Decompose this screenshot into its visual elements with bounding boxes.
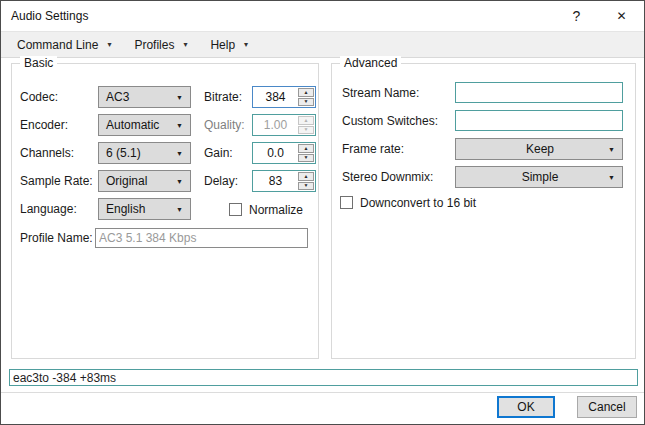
delay-label: Delay: xyxy=(204,170,238,192)
menubar: Command Line ▾ Profiles ▾ Help ▾ xyxy=(1,31,644,58)
chevron-down-icon: ▾ xyxy=(183,41,187,49)
quality-label: Quality: xyxy=(204,114,245,136)
delay-spin-buttons: ▲ ▼ xyxy=(298,171,315,191)
spin-up-button[interactable]: ▲ xyxy=(298,88,314,97)
bitrate-spin-buttons: ▲ ▼ xyxy=(298,87,315,107)
spin-down-button[interactable]: ▼ xyxy=(298,154,314,163)
ok-button[interactable]: OK xyxy=(497,396,555,418)
advanced-group-title: Advanced xyxy=(340,56,401,70)
language-value: English xyxy=(99,202,176,216)
downconvert-checkbox[interactable] xyxy=(340,196,353,209)
frame-rate-label: Frame rate: xyxy=(342,138,404,160)
audio-settings-dialog: Audio Settings ? ✕ Command Line ▾ Profil… xyxy=(0,0,645,425)
dropdown-arrow-icon: ▼ xyxy=(176,178,190,185)
codec-label: Codec: xyxy=(20,86,58,108)
arrow-up-icon: ▲ xyxy=(304,174,309,179)
gain-label: Gain: xyxy=(204,142,233,164)
frame-rate-value: Keep xyxy=(456,142,608,156)
dropdown-arrow-icon: ▼ xyxy=(176,206,190,213)
basic-group-title: Basic xyxy=(20,56,57,70)
ok-button-label: OK xyxy=(517,400,534,414)
stereo-downmix-value: Simple xyxy=(456,170,608,184)
encoder-label: Encoder: xyxy=(20,114,68,136)
language-label: Language: xyxy=(20,198,77,220)
stream-name-input[interactable] xyxy=(455,82,623,103)
spin-down-button[interactable]: ▼ xyxy=(298,182,314,191)
custom-switches-label: Custom Switches: xyxy=(342,110,438,132)
close-button[interactable]: ✕ xyxy=(599,1,644,31)
gain-input[interactable] xyxy=(253,143,298,163)
dropdown-arrow-icon: ▼ xyxy=(608,146,622,153)
sample-rate-label: Sample Rate: xyxy=(20,170,93,192)
gain-spin-buttons: ▲ ▼ xyxy=(298,143,315,163)
arrow-down-icon: ▼ xyxy=(304,99,309,104)
window-title: Audio Settings xyxy=(1,9,88,23)
cancel-button[interactable]: Cancel xyxy=(577,396,637,418)
quality-spin-buttons: ▲ ▼ xyxy=(298,115,315,135)
stereo-downmix-dropdown[interactable]: Simple ▼ xyxy=(455,166,623,188)
sample-rate-dropdown[interactable]: Original ▼ xyxy=(98,170,191,192)
quality-input xyxy=(253,115,298,135)
dropdown-arrow-icon: ▼ xyxy=(608,174,622,181)
spin-down-button[interactable]: ▼ xyxy=(298,98,314,107)
codec-dropdown[interactable]: AC3 ▼ xyxy=(98,86,191,108)
footer-divider xyxy=(1,392,644,393)
bitrate-input[interactable] xyxy=(253,87,298,107)
bitrate-label: Bitrate: xyxy=(204,86,242,108)
titlebar: Audio Settings ? ✕ xyxy=(1,1,644,31)
menu-help[interactable]: Help ▾ xyxy=(206,35,252,55)
arrow-up-icon: ▲ xyxy=(304,118,309,123)
menu-command-line-label: Command Line xyxy=(17,38,98,52)
profile-name-input[interactable] xyxy=(95,228,308,248)
question-mark-icon: ? xyxy=(573,8,581,24)
dropdown-arrow-icon: ▼ xyxy=(176,122,190,129)
frame-rate-dropdown[interactable]: Keep ▼ xyxy=(455,138,623,160)
spin-up-button[interactable]: ▲ xyxy=(298,144,314,153)
close-icon: ✕ xyxy=(616,9,626,23)
bitrate-spinner: ▲ ▼ xyxy=(252,86,316,108)
spin-up-button[interactable]: ▲ xyxy=(298,172,314,181)
spin-down-button: ▼ xyxy=(298,126,314,135)
advanced-group: Advanced Stream Name: Custom Switches: F… xyxy=(331,63,636,359)
channels-dropdown[interactable]: 6 (5.1) ▼ xyxy=(98,142,191,164)
dropdown-arrow-icon: ▼ xyxy=(176,150,190,157)
help-button[interactable]: ? xyxy=(554,1,599,31)
profile-name-label: Profile Name: xyxy=(20,227,93,249)
chevron-down-icon: ▾ xyxy=(244,41,248,49)
delay-spinner: ▲ ▼ xyxy=(252,170,316,192)
encoder-dropdown[interactable]: Automatic ▼ xyxy=(98,114,191,136)
arrow-down-icon: ▼ xyxy=(304,155,309,160)
arrow-up-icon: ▲ xyxy=(304,90,309,95)
gain-spinner: ▲ ▼ xyxy=(252,142,316,164)
channels-label: Channels: xyxy=(20,142,74,164)
quality-spinner: ▲ ▼ xyxy=(252,114,316,136)
stream-name-label: Stream Name: xyxy=(342,82,419,104)
menu-profiles-label: Profiles xyxy=(134,38,174,52)
downconvert-label: Downconvert to 16 bit xyxy=(360,196,476,210)
custom-switches-input[interactable] xyxy=(455,110,623,131)
encoder-value: Automatic xyxy=(99,118,176,132)
delay-input[interactable] xyxy=(253,171,298,191)
sample-rate-value: Original xyxy=(99,174,176,188)
cancel-button-label: Cancel xyxy=(588,400,625,414)
menu-profiles[interactable]: Profiles ▾ xyxy=(130,35,191,55)
basic-group: Basic Codec: AC3 ▼ Encoder: Automatic ▼ … xyxy=(11,63,319,359)
stereo-downmix-label: Stereo Downmix: xyxy=(342,166,433,188)
codec-value: AC3 xyxy=(99,90,176,104)
normalize-label: Normalize xyxy=(249,203,303,217)
command-line-preview-input[interactable] xyxy=(9,369,638,386)
arrow-up-icon: ▲ xyxy=(304,146,309,151)
normalize-checkbox[interactable] xyxy=(229,203,242,216)
menu-help-label: Help xyxy=(210,38,235,52)
menu-command-line[interactable]: Command Line ▾ xyxy=(13,35,115,55)
arrow-down-icon: ▼ xyxy=(304,127,309,132)
language-dropdown[interactable]: English ▼ xyxy=(98,198,191,220)
spin-up-button: ▲ xyxy=(298,116,314,125)
channels-value: 6 (5.1) xyxy=(99,146,176,160)
arrow-down-icon: ▼ xyxy=(304,183,309,188)
dropdown-arrow-icon: ▼ xyxy=(176,94,190,101)
chevron-down-icon: ▾ xyxy=(107,41,111,49)
